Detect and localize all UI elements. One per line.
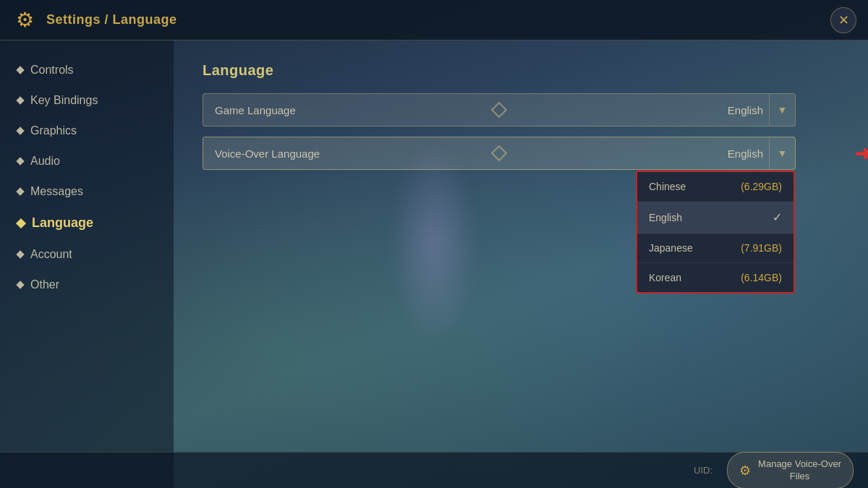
diamond-icon	[16, 127, 24, 134]
sidebar-item-other[interactable]: Other	[0, 270, 174, 300]
sidebar-item-keybindings[interactable]: Key Bindings	[0, 85, 174, 116]
section-title: Language	[203, 62, 839, 79]
sidebar-item-account[interactable]: Account	[0, 239, 174, 270]
bottombar: UID: ⚙ Manage Voice-OverFiles	[0, 452, 868, 488]
topbar-gear-icon: ⚙	[12, 7, 38, 33]
diamond-divider-icon	[492, 103, 506, 117]
voice-over-language-arrow-icon: ▼	[769, 137, 795, 169]
game-language-value: English	[728, 104, 769, 116]
voice-over-language-dropdown[interactable]: Voice-Over Language English ▼ Chinese (6…	[203, 137, 796, 170]
option-japanese-label: Japanese	[649, 242, 693, 254]
topbar: ⚙ Settings / Language ✕	[0, 0, 868, 40]
sidebar-item-language[interactable]: Language	[0, 207, 174, 239]
voice-over-language-row: Voice-Over Language English ▼ Chinese (6…	[203, 137, 839, 170]
sidebar-item-messages[interactable]: Messages	[0, 176, 174, 207]
sidebar-label-language: Language	[32, 215, 93, 231]
option-chinese[interactable]: Chinese (6.29GB)	[637, 172, 793, 202]
option-chinese-label: Chinese	[649, 181, 686, 192]
sidebar-item-audio[interactable]: Audio	[0, 146, 174, 176]
topbar-title: Settings / Language	[46, 12, 177, 27]
diamond-icon	[16, 96, 24, 104]
option-japanese-size: (7.91GB)	[741, 242, 782, 254]
sidebar-label-messages: Messages	[30, 185, 83, 198]
red-arrow-indicator: ➜	[854, 142, 868, 166]
sidebar: Controls Key Bindings Graphics Audio Mes…	[0, 40, 174, 488]
game-language-row: Game Language English ▼	[203, 93, 839, 127]
manage-btn-label: Manage Voice-OverFiles	[758, 458, 841, 483]
diamond-icon	[16, 187, 24, 195]
option-korean-label: Korean	[649, 272, 681, 283]
option-korean[interactable]: Korean (6.14GB)	[637, 263, 793, 292]
diamond-icon	[16, 281, 24, 288]
voice-over-language-popup: Chinese (6.29GB) English ✓ Japanese (7.9…	[636, 171, 795, 294]
uid-label: UID:	[694, 465, 712, 476]
option-english-label: English	[649, 212, 682, 223]
option-english[interactable]: English ✓	[637, 202, 793, 234]
option-korean-size: (6.14GB)	[741, 272, 782, 283]
game-language-arrow-icon: ▼	[769, 94, 795, 126]
diamond-icon	[16, 157, 24, 165]
diamond-icon	[16, 218, 26, 228]
sidebar-item-controls[interactable]: Controls	[0, 55, 174, 85]
close-button[interactable]: ✕	[830, 7, 856, 33]
sidebar-label-keybindings: Key Bindings	[30, 94, 98, 107]
option-japanese[interactable]: Japanese (7.91GB)	[637, 234, 793, 263]
sidebar-label-audio: Audio	[30, 155, 60, 168]
sidebar-label-graphics: Graphics	[30, 124, 77, 137]
sidebar-label-account: Account	[30, 248, 72, 261]
main-content: Language Game Language English ▼ Voice-O…	[174, 40, 868, 488]
game-language-dropdown[interactable]: Game Language English ▼	[203, 93, 796, 127]
diamond-icon	[16, 66, 24, 74]
option-chinese-size: (6.29GB)	[741, 181, 782, 192]
sidebar-item-graphics[interactable]: Graphics	[0, 116, 174, 146]
checkmark-icon: ✓	[773, 210, 782, 224]
voice-over-language-value: English	[728, 147, 769, 160]
game-language-label: Game Language	[203, 104, 728, 116]
sidebar-label-other: Other	[30, 278, 59, 291]
voice-over-language-label: Voice-Over Language	[203, 147, 728, 160]
manage-gear-icon: ⚙	[739, 463, 751, 479]
manage-voice-over-button[interactable]: ⚙ Manage Voice-OverFiles	[727, 452, 854, 488]
diamond-divider-icon	[492, 146, 506, 160]
sidebar-label-controls: Controls	[30, 64, 74, 77]
diamond-icon	[16, 250, 24, 258]
